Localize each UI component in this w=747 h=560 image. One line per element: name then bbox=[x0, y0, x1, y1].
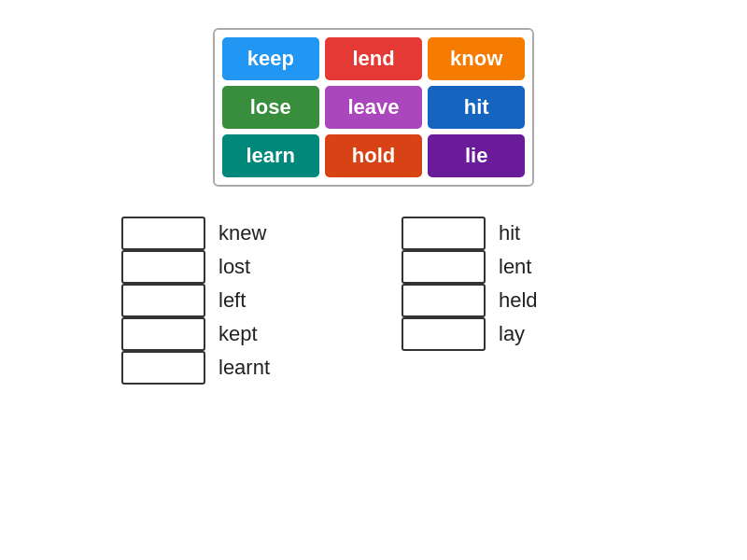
right-column: hitlentheldlay bbox=[402, 217, 626, 385]
past-word-left-3: kept bbox=[218, 322, 258, 346]
match-row-left-1: lost bbox=[121, 250, 345, 284]
word-tile-keep[interactable]: keep bbox=[222, 37, 319, 80]
word-tile-leave[interactable]: leave bbox=[325, 86, 422, 129]
answer-box-right-2[interactable] bbox=[402, 284, 486, 317]
match-row-right-2: held bbox=[402, 284, 626, 317]
answer-box-right-0[interactable] bbox=[402, 217, 486, 250]
past-word-right-1: lent bbox=[499, 255, 531, 279]
match-row-left-2: left bbox=[121, 284, 345, 317]
word-tile-lose[interactable]: lose bbox=[222, 86, 319, 129]
answer-box-right-3[interactable] bbox=[402, 317, 486, 351]
past-word-right-2: held bbox=[499, 288, 538, 313]
answer-box-left-0[interactable] bbox=[121, 217, 205, 250]
word-tile-learn[interactable]: learn bbox=[222, 134, 319, 177]
word-tile-hold[interactable]: hold bbox=[325, 134, 422, 177]
word-tile-lie[interactable]: lie bbox=[428, 134, 525, 177]
past-word-left-4: learnt bbox=[218, 356, 270, 380]
match-row-left-0: knew bbox=[121, 217, 345, 250]
past-word-left-0: knew bbox=[218, 221, 266, 245]
answer-box-left-1[interactable] bbox=[121, 250, 205, 284]
answer-box-right-1[interactable] bbox=[402, 250, 486, 284]
match-row-right-1: lent bbox=[402, 250, 626, 284]
answer-box-left-2[interactable] bbox=[121, 284, 205, 317]
word-tile-hit[interactable]: hit bbox=[428, 86, 525, 129]
past-word-left-1: lost bbox=[218, 255, 250, 279]
match-section: knewlostleftkeptlearnt hitlentheldlay bbox=[121, 217, 626, 385]
left-column: knewlostleftkeptlearnt bbox=[121, 217, 345, 385]
word-tile-know[interactable]: know bbox=[428, 37, 525, 80]
past-word-left-2: left bbox=[218, 288, 246, 313]
match-row-left-3: kept bbox=[121, 317, 345, 351]
answer-box-left-4[interactable] bbox=[121, 351, 205, 385]
word-tile-lend[interactable]: lend bbox=[325, 37, 422, 80]
past-word-right-3: lay bbox=[499, 322, 525, 346]
match-row-right-0: hit bbox=[402, 217, 626, 250]
match-row-right-3: lay bbox=[402, 317, 626, 351]
answer-box-left-3[interactable] bbox=[121, 317, 205, 351]
word-bank: keeplendknowloseleavehitlearnholdlie bbox=[213, 28, 535, 187]
past-word-right-0: hit bbox=[499, 221, 520, 245]
match-row-left-4: learnt bbox=[121, 351, 345, 385]
